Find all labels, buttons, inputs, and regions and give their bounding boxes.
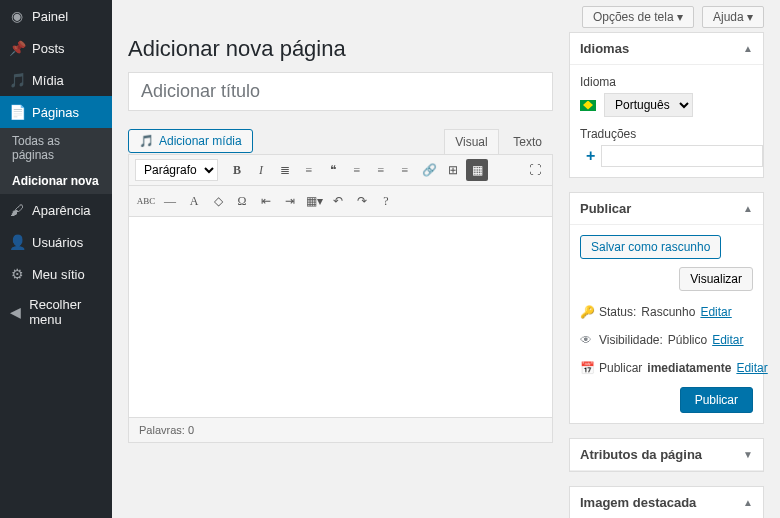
table-button[interactable]: ▦▾ — [303, 190, 325, 212]
admin-sidebar: ◉Painel 📌Posts 🎵Mídia 📄Páginas Todas as … — [0, 0, 112, 518]
collapse-icon: ▲ — [743, 203, 753, 214]
status-row: 🔑 Status: Rascunho Editar — [580, 305, 753, 319]
title-input[interactable] — [128, 72, 553, 111]
pin-icon: 📌 — [8, 39, 26, 57]
submenu-add-new[interactable]: Adicionar nova — [0, 168, 112, 194]
align-center-button[interactable]: ≡ — [370, 159, 392, 181]
clear-format-button[interactable]: ◇ — [207, 190, 229, 212]
sidebar-item-aparencia[interactable]: 🖌Aparência — [0, 194, 112, 226]
ol-button[interactable]: ≡ — [298, 159, 320, 181]
word-count: Palavras: 0 — [128, 418, 553, 443]
indent-button[interactable]: ⇥ — [279, 190, 301, 212]
help-icon-button[interactable]: ? — [375, 190, 397, 212]
collapse-icon: ▲ — [743, 43, 753, 54]
preview-button[interactable]: Visualizar — [679, 267, 753, 291]
bold-button[interactable]: B — [226, 159, 248, 181]
media-icon: 🎵 — [8, 71, 26, 89]
publish-button[interactable]: Publicar — [680, 387, 753, 413]
outdent-button[interactable]: ⇤ — [255, 190, 277, 212]
schedule-row: 📅 Publicar imediatamente Editar — [580, 361, 753, 375]
languages-box-header[interactable]: Idiomas▲ — [570, 33, 763, 65]
language-select[interactable]: Português — [604, 93, 693, 117]
page-attributes-header[interactable]: Atributos da página▼ — [570, 439, 763, 471]
publish-box: Publicar▲ Salvar como rascunho Visualiza… — [569, 192, 764, 424]
page-title: Adicionar nova página — [128, 36, 553, 62]
readmore-button[interactable]: ⊞ — [442, 159, 464, 181]
toolbar-row-2: ABC — A ◇ Ω ⇤ ⇥ ▦▾ ↶ ↷ ? — [129, 186, 552, 217]
sidebar-item-paginas[interactable]: 📄Páginas — [0, 96, 112, 128]
key-icon: 🔑 — [580, 305, 594, 319]
toolbar-toggle-button[interactable]: ▦ — [466, 159, 488, 181]
expand-icon: ▼ — [743, 449, 753, 460]
sidebar-item-midia[interactable]: 🎵Mídia — [0, 64, 112, 96]
ul-button[interactable]: ≣ — [274, 159, 296, 181]
undo-button[interactable]: ↶ — [327, 190, 349, 212]
strike-button[interactable]: ABC — [135, 190, 157, 212]
language-label: Idioma — [580, 75, 753, 89]
calendar-icon: 📅 — [580, 361, 594, 375]
fullscreen-button[interactable]: ⛶ — [524, 159, 546, 181]
sidebar-item-meu-sitio[interactable]: ⚙Meu sítio — [0, 258, 112, 290]
eye-icon: 👁 — [580, 333, 594, 347]
translations-label: Traduções — [580, 127, 753, 141]
visibility-row: 👁 Visibilidade: Público Editar — [580, 333, 753, 347]
tab-visual[interactable]: Visual — [444, 129, 498, 154]
screen-options-button[interactable]: Opções de tela ▾ — [582, 6, 694, 28]
pages-icon: 📄 — [8, 103, 26, 121]
edit-schedule-link[interactable]: Editar — [736, 361, 767, 375]
help-button[interactable]: Ajuda ▾ — [702, 6, 764, 28]
hr-button[interactable]: — — [159, 190, 181, 212]
add-translation-button[interactable]: + — [586, 147, 595, 165]
align-right-button[interactable]: ≡ — [394, 159, 416, 181]
languages-box: Idiomas▲ Idioma Português Traduções + — [569, 32, 764, 178]
sidebar-submenu: Todas as páginas Adicionar nova — [0, 128, 112, 194]
collapse-icon: ▲ — [743, 497, 753, 508]
flag-br-icon — [580, 100, 596, 111]
quote-button[interactable]: ❝ — [322, 159, 344, 181]
featured-image-header[interactable]: Imagem destacada▲ — [570, 487, 763, 518]
format-select[interactable]: Parágrafo — [135, 159, 218, 181]
textcolor-button[interactable]: A — [183, 190, 205, 212]
special-char-button[interactable]: Ω — [231, 190, 253, 212]
sidebar-item-usuarios[interactable]: 👤Usuários — [0, 226, 112, 258]
edit-visibility-link[interactable]: Editar — [712, 333, 743, 347]
translation-input[interactable] — [601, 145, 763, 167]
top-bar: Opções de tela ▾ Ajuda ▾ — [112, 0, 780, 28]
link-button[interactable]: 🔗 — [418, 159, 440, 181]
editor-tabs: Visual Texto — [444, 129, 553, 154]
sidebar-item-collapse[interactable]: ◀Recolher menu — [0, 290, 112, 334]
dashboard-icon: ◉ — [8, 7, 26, 25]
users-icon: 👤 — [8, 233, 26, 251]
italic-button[interactable]: I — [250, 159, 272, 181]
sidebar-item-posts[interactable]: 📌Posts — [0, 32, 112, 64]
editor-canvas[interactable] — [129, 217, 552, 417]
save-draft-button[interactable]: Salvar como rascunho — [580, 235, 721, 259]
align-left-button[interactable]: ≡ — [346, 159, 368, 181]
sidebar-item-painel[interactable]: ◉Painel — [0, 0, 112, 32]
featured-image-box: Imagem destacada▲ Definir imagem destaca… — [569, 486, 764, 518]
tab-text[interactable]: Texto — [502, 129, 553, 154]
publish-box-header[interactable]: Publicar▲ — [570, 193, 763, 225]
editor: Parágrafo B I ≣ ≡ ❝ ≡ ≡ ≡ 🔗 ⊞ ▦ ⛶ — [128, 154, 553, 418]
settings-icon: ⚙ — [8, 265, 26, 283]
edit-status-link[interactable]: Editar — [700, 305, 731, 319]
page-attributes-box: Atributos da página▼ — [569, 438, 764, 472]
add-media-button[interactable]: 🎵Adicionar mídia — [128, 129, 253, 153]
media-icon: 🎵 — [139, 134, 154, 148]
submenu-all-pages[interactable]: Todas as páginas — [0, 128, 112, 168]
appearance-icon: 🖌 — [8, 201, 26, 219]
main-area: Opções de tela ▾ Ajuda ▾ Adicionar nova … — [112, 0, 780, 518]
toolbar-row-1: Parágrafo B I ≣ ≡ ❝ ≡ ≡ ≡ 🔗 ⊞ ▦ ⛶ — [129, 155, 552, 186]
redo-button[interactable]: ↷ — [351, 190, 373, 212]
collapse-icon: ◀ — [8, 303, 23, 321]
